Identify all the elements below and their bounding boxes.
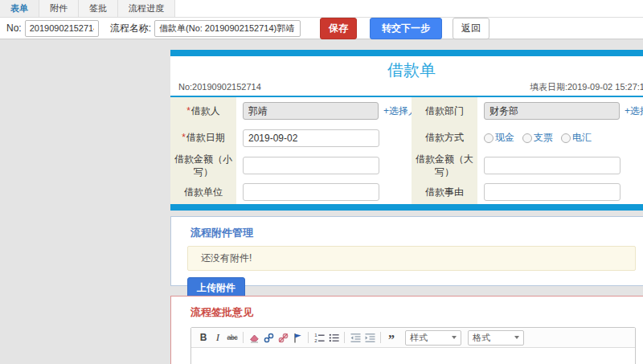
approval-card: 流程签批意见 B I abc (170, 296, 643, 364)
save-button[interactable]: 保存 (320, 18, 357, 39)
select-department-link[interactable]: +选择部门 (625, 104, 643, 118)
editor-toolbar: B I abc 12 (191, 328, 635, 348)
blockquote-icon[interactable]: ” (384, 328, 399, 347)
amount-uppercase-label: 借款金额（大写） (412, 151, 477, 180)
form-top-bar (170, 50, 643, 56)
toolbar-separator (380, 332, 381, 343)
loan-reason-label: 借款事由 (412, 180, 477, 204)
ordered-list-icon[interactable]: 12 (312, 330, 326, 345)
strikethrough-icon[interactable]: abc (225, 330, 240, 345)
unlink-icon[interactable] (276, 330, 290, 345)
tab-process-progress[interactable]: 流程进度 (118, 0, 175, 17)
radio-cheque[interactable]: 支票 (522, 131, 553, 145)
loan-reason-input[interactable] (484, 183, 620, 201)
amount-uppercase-input[interactable] (484, 157, 620, 174)
radio-wire-transfer[interactable]: 电汇 (561, 131, 592, 145)
loan-reason-field (477, 180, 643, 204)
department-field: +选择部门 (477, 97, 643, 125)
command-bar: No: 流程名称: 保存 转交下一步 返回 (0, 18, 643, 39)
indent-icon[interactable] (362, 330, 377, 345)
forward-next-step-button[interactable]: 转交下一步 (370, 18, 442, 39)
tabbar-spacer (175, 0, 643, 17)
no-attachments-alert: 还没有附件! (187, 246, 636, 271)
tab-bar: 表单 附件 签批 流程进度 (0, 0, 643, 18)
amount-lowercase-label: 借款金额（小写） (170, 151, 236, 180)
svg-text:1: 1 (314, 333, 317, 337)
required-asterisk: * (182, 132, 186, 143)
process-name-input[interactable] (154, 20, 301, 37)
link-icon[interactable] (261, 330, 276, 345)
tab-attachments[interactable]: 附件 (39, 0, 79, 17)
remove-format-icon[interactable] (247, 330, 261, 345)
amount-lowercase-input[interactable] (243, 157, 379, 174)
radio-icon (522, 133, 532, 143)
form-title: 借款单 (170, 56, 643, 82)
department-input[interactable] (484, 102, 620, 120)
department-label: 借款部门 (412, 97, 477, 125)
amount-lowercase-field (236, 151, 412, 180)
tab-form[interactable]: 表单 (0, 0, 39, 17)
required-asterisk: * (186, 105, 190, 117)
anchor-flag-icon[interactable] (290, 330, 305, 345)
borrower-field: +选择人员 (236, 97, 412, 125)
attachments-heading: 流程附件管理 (171, 217, 643, 240)
back-button[interactable]: 返回 (453, 18, 489, 39)
chevron-down-icon (452, 336, 457, 339)
approval-heading: 流程签批意见 (171, 297, 643, 320)
loan-method-field: 现金 支票 电汇 (477, 125, 643, 151)
borrower-input[interactable] (243, 102, 379, 120)
loan-method-label: 借款方式 (412, 125, 477, 151)
loan-unit-label: 借款单位 (170, 180, 236, 204)
toolbar-separator (308, 332, 309, 343)
toolbar-separator (344, 332, 345, 343)
amount-uppercase-field (477, 151, 643, 180)
no-label: No: (6, 22, 22, 34)
loan-date-label: *借款日期 (170, 125, 236, 151)
italic-icon[interactable]: I (211, 330, 225, 345)
bold-icon[interactable]: B (196, 330, 211, 345)
loan-unit-input[interactable] (243, 183, 379, 201)
radio-cash[interactable]: 现金 (484, 131, 514, 145)
unordered-list-icon[interactable] (326, 330, 341, 345)
svg-text:2: 2 (314, 338, 317, 343)
rich-text-editor: B I abc 12 (190, 327, 636, 364)
editor-content-area[interactable] (191, 348, 635, 364)
form-meta: No:20190902152714 填表日期:2019-09-02 15:27:… (170, 82, 643, 96)
app-screen: 表单 附件 签批 流程进度 No: 流程名称: 保存 转交下一步 返回 借款单 … (0, 0, 643, 364)
attachments-card: 流程附件管理 还没有附件! 上传附件 (170, 216, 643, 286)
borrower-label: *借款人 (170, 97, 236, 125)
toolbar-separator (243, 332, 244, 343)
form-bottom-bar (170, 204, 643, 211)
loan-unit-field (236, 180, 412, 204)
chevron-down-icon (514, 336, 519, 339)
radio-icon (561, 133, 571, 143)
process-name-label: 流程名称: (110, 22, 151, 35)
tab-approval[interactable]: 签批 (79, 0, 118, 17)
format-select[interactable]: 格式 (468, 330, 524, 346)
loan-date-field (236, 125, 412, 151)
form-no-text: No:20190902152714 (178, 82, 261, 92)
style-select[interactable]: 样式 (405, 330, 461, 346)
loan-date-input[interactable] (243, 129, 379, 147)
radio-icon (484, 133, 494, 143)
no-input[interactable] (25, 20, 99, 37)
form-date-text: 填表日期:2019-09-02 15:27:1 (530, 82, 643, 92)
loan-form-card: 借款单 No:20190902152714 填表日期:2019-09-02 15… (170, 50, 643, 211)
form-grid: *借款人 +选择人员 借款部门 +选择部门 *借款日期 借款方式 现金 支票 电… (170, 96, 643, 204)
outdent-icon[interactable] (348, 330, 362, 345)
